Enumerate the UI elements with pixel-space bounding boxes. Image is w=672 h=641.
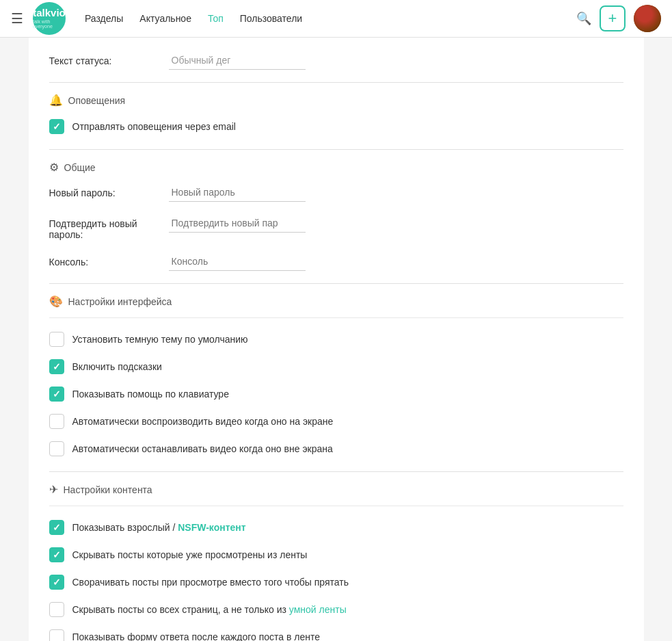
hide-all-pages-label: Скрывать посты со всех страниц, а не тол… bbox=[72, 602, 347, 617]
nav-razdelyy[interactable]: Разделы bbox=[85, 13, 123, 24]
notifications-icon: 🔔 bbox=[49, 94, 63, 107]
search-button[interactable]: 🔍 bbox=[576, 11, 591, 26]
content-section-header: ✈ Настройки контента bbox=[49, 483, 623, 496]
status-row: Текст статуса: bbox=[49, 51, 623, 70]
show-reply-form-checkbox[interactable] bbox=[49, 629, 64, 641]
hide-viewed-label: Скрывать посты которые уже просмотрены и… bbox=[72, 547, 308, 562]
tooltips-checkbox[interactable] bbox=[49, 359, 64, 374]
divider-content bbox=[49, 471, 623, 472]
nsfw-checkbox[interactable] bbox=[49, 520, 64, 535]
divider-general bbox=[49, 149, 623, 150]
autopause-video-label: Автоматически останавливать видео когда … bbox=[72, 441, 333, 456]
hide-viewed-checkbox[interactable] bbox=[49, 547, 64, 562]
console-input[interactable] bbox=[169, 252, 306, 271]
nsfw-label: Показывать взрослый / NSFW-контент bbox=[72, 520, 246, 535]
settings-page: Текст статуса: 🔔 Оповещения Отправлять о… bbox=[29, 38, 644, 641]
avatar[interactable] bbox=[634, 5, 661, 32]
collapse-posts-checkbox[interactable] bbox=[49, 575, 64, 590]
logo: talkvio talk with everyone bbox=[33, 2, 66, 35]
notifications-label: Оповещения bbox=[68, 95, 126, 106]
logo-circle: talkvio talk with everyone bbox=[33, 2, 66, 35]
confirm-password-label: Подтвердить новый пароль: bbox=[49, 214, 169, 240]
interface-section-header: 🎨 Настройки интерфейса bbox=[49, 295, 623, 308]
console-label: Консоль: bbox=[49, 252, 169, 267]
nsfw-text: NSFW-контент bbox=[178, 522, 245, 533]
header-actions: 🔍 + bbox=[576, 5, 661, 32]
show-reply-form-row: Показывать форму ответа после каждого по… bbox=[49, 627, 623, 641]
hide-all-pages-checkbox[interactable] bbox=[49, 602, 64, 617]
interface-label: Настройки интерфейса bbox=[68, 296, 172, 307]
general-label: Общие bbox=[64, 162, 96, 173]
show-reply-form-label: Показывать форму ответа после каждого по… bbox=[72, 629, 321, 641]
main-header: ☰ talkvio talk with everyone Разделы Акт… bbox=[0, 0, 672, 38]
main-nav: Разделы Актуальное Топ Пользователи bbox=[85, 13, 576, 24]
autoplay-video-label: Автоматически воспроизводить видео когда… bbox=[72, 414, 334, 429]
status-input[interactable] bbox=[169, 51, 306, 70]
content-line bbox=[49, 506, 623, 506]
interface-icon: 🎨 bbox=[49, 295, 63, 308]
interface-line bbox=[49, 317, 623, 318]
nav-polzovateli[interactable]: Пользователи bbox=[240, 13, 302, 24]
status-label: Текст статуса: bbox=[49, 51, 169, 66]
hamburger-icon[interactable]: ☰ bbox=[11, 10, 23, 27]
notifications-section-header: 🔔 Оповещения bbox=[49, 94, 623, 107]
new-password-input[interactable] bbox=[169, 183, 306, 202]
logo-subtitle: talk with everyone bbox=[33, 19, 66, 29]
content-icon: ✈ bbox=[49, 483, 58, 496]
divider-interface bbox=[49, 283, 623, 284]
smart-feed-text: умной ленты bbox=[289, 604, 347, 615]
collapse-posts-label: Сворачивать посты при просмотре вместо т… bbox=[72, 575, 349, 590]
logo-text: talkvio bbox=[33, 8, 66, 19]
keyboard-help-checkbox[interactable] bbox=[49, 387, 64, 402]
content-label: Настройки контента bbox=[64, 484, 152, 495]
divider-notifications bbox=[49, 82, 623, 83]
keyboard-help-row: Показывать помощь по клавиатуре bbox=[49, 384, 623, 404]
confirm-password-row: Подтвердить новый пароль: bbox=[49, 214, 623, 240]
dark-theme-checkbox[interactable] bbox=[49, 332, 64, 347]
email-notifications-label: Отправлять оповещения через email bbox=[72, 119, 236, 134]
console-row: Консоль: bbox=[49, 252, 623, 271]
keyboard-help-label: Показывать помощь по клавиатуре bbox=[72, 387, 229, 402]
tooltips-row: Включить подсказки bbox=[49, 356, 623, 377]
nav-top[interactable]: Топ bbox=[208, 13, 224, 24]
general-icon: ⚙ bbox=[49, 161, 59, 174]
autopause-video-row: Автоматически останавливать видео когда … bbox=[49, 439, 623, 459]
email-notifications-row: Отправлять оповещения через email bbox=[49, 116, 623, 137]
autoplay-video-row: Автоматически воспроизводить видео когда… bbox=[49, 411, 623, 432]
add-button[interactable]: + bbox=[600, 5, 626, 31]
hide-all-pages-row: Скрывать посты со всех страниц, а не тол… bbox=[49, 599, 623, 620]
tooltips-label: Включить подсказки bbox=[72, 359, 162, 374]
autoplay-video-checkbox[interactable] bbox=[49, 414, 64, 429]
collapse-posts-row: Сворачивать посты при просмотре вместо т… bbox=[49, 572, 623, 592]
avatar-image bbox=[634, 5, 661, 32]
dark-theme-row: Установить темную тему по умолчанию bbox=[49, 329, 623, 350]
nav-aktualnoe[interactable]: Актуальное bbox=[139, 13, 191, 24]
hide-viewed-row: Скрывать посты которые уже просмотрены и… bbox=[49, 545, 623, 565]
autopause-video-checkbox[interactable] bbox=[49, 441, 64, 456]
general-section-header: ⚙ Общие bbox=[49, 161, 623, 174]
new-password-row: Новый пароль: bbox=[49, 183, 623, 202]
confirm-password-input[interactable] bbox=[169, 214, 306, 233]
email-notifications-checkbox[interactable] bbox=[49, 119, 64, 134]
nsfw-row: Показывать взрослый / NSFW-контент bbox=[49, 517, 623, 538]
dark-theme-label: Установить темную тему по умолчанию bbox=[72, 332, 248, 347]
new-password-label: Новый пароль: bbox=[49, 183, 169, 198]
